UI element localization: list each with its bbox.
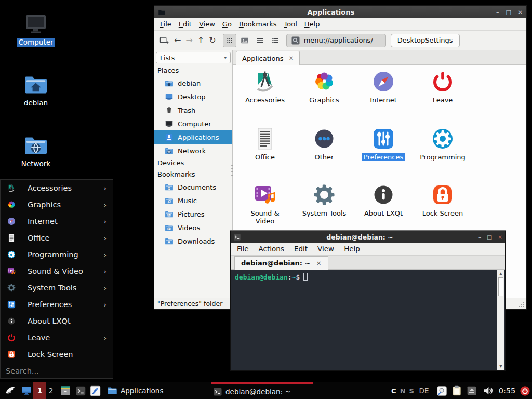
sidebar-item-videos[interactable]: Videos [154,221,232,234]
clock[interactable]: 0:55 [496,382,518,399]
sidebar-item-documents[interactable]: Documents [154,180,232,194]
compact-view-button[interactable] [253,34,267,47]
grid-item-office[interactable]: Office [237,126,293,161]
sidebar-item-music[interactable]: Music [154,194,232,207]
terminal-menu-edit[interactable]: Edit [294,245,308,253]
grid-item-about-lxqt[interactable]: About LXQt [355,182,411,217]
terminal-titlebar[interactable]: debian@debian: ~ – □ × [231,231,505,243]
minimize-icon[interactable]: – [496,9,499,16]
tab-close-icon[interactable]: × [288,55,294,62]
menu-item-internet[interactable]: Internet› [1,213,113,230]
tab-applications[interactable]: Applications × [236,51,300,65]
minimize-icon[interactable]: – [478,234,481,240]
icon-view-button[interactable] [223,34,236,47]
close-icon[interactable]: × [498,234,502,240]
fm-menu-help[interactable]: Help [301,19,324,29]
menu-item-about-lxqt[interactable]: About LXQt [1,313,113,329]
desktop-icon-network[interactable]: Network [7,133,64,169]
grid-item-system-tools[interactable]: System Tools [296,182,352,217]
fm-menu-view[interactable]: View [195,19,219,29]
keyboard-indicator[interactable]: C N S [390,382,416,399]
fm-menu-bookmarks[interactable]: Bookmarks [235,19,281,29]
fm-menu-go[interactable]: Go [219,19,235,29]
terminal-output[interactable]: debian@debian:~$ [231,270,497,370]
grid-item-sound-video[interactable]: Sound & Video [237,182,293,225]
screenshot-tray-icon[interactable] [435,382,448,399]
scroll-up-icon[interactable]: ▲ [497,271,504,276]
grid-item-graphics[interactable]: Graphics [296,69,352,104]
sidebar-item-pictures[interactable]: Pictures [154,207,232,221]
menu-item-preferences[interactable]: Preferences› [1,296,113,313]
grid-item-internet[interactable]: Internet [355,69,411,104]
back-icon[interactable]: ← [174,36,181,45]
task-button-terminal[interactable]: debian@debian: ~ [211,382,313,399]
address-bar[interactable]: menu://applications/ [286,34,386,47]
chevron-right-icon: › [104,201,107,209]
terminal-menu-view[interactable]: View [317,245,334,253]
grid-item-accessories[interactable]: Accessories [237,69,293,104]
grid-item-lock-screen[interactable]: Lock Screen [415,182,471,217]
keyboard-layout[interactable]: DE [417,382,431,399]
menu-item-lock-screen[interactable]: Lock Screen [1,346,113,363]
terminal-menu-file[interactable]: File [237,245,249,253]
status-text: "Preferences" folder [157,300,222,308]
maximize-icon[interactable]: □ [506,9,511,16]
terminal-menu-help[interactable]: Help [344,245,360,253]
thumbnail-view-button[interactable] [238,34,251,47]
fm-menu-file[interactable]: File [156,19,175,29]
desktop-icon-computer[interactable]: Computer [7,11,64,47]
sidebar-item-computer[interactable]: Computer [154,117,232,130]
workspace-1-button[interactable]: 1 [33,382,46,399]
main-menu-button[interactable] [3,382,18,399]
sidebar-item-downloads[interactable]: Downloads [154,234,232,248]
menu-item-sound-video[interactable]: Sound & Video› [1,263,113,280]
sidebar-item-network[interactable]: Network [154,144,232,157]
reload-icon[interactable]: ↻ [209,36,216,45]
up-icon[interactable]: ↑ [197,36,204,45]
menu-item-office[interactable]: Office› [1,230,113,246]
sidebar-item-applications[interactable]: Applications [154,130,232,144]
workspace-2-button[interactable]: 2 [46,382,56,399]
task-button-applications[interactable]: Applications [105,382,209,399]
fm-titlebar[interactable]: Applications – □ × [154,6,526,18]
sidebar-item-desktop[interactable]: Desktop [154,90,232,103]
maximize-icon[interactable]: □ [487,234,492,240]
show-desktop-button[interactable] [20,382,33,399]
grid-item-leave[interactable]: Leave [415,69,471,104]
leave-button[interactable] [518,382,531,399]
grid-item-other[interactable]: Other [296,126,352,161]
terminal-tab[interactable]: debian@debian: ~ × [234,256,328,270]
desktop-icon-debian[interactable]: debian [7,72,64,108]
terminal-scrollbar[interactable]: ▲ ▼ [497,270,504,370]
menu-item-programming[interactable]: Programming› [1,246,113,263]
close-icon[interactable]: × [518,9,523,16]
new-tab-icon[interactable] [159,35,169,46]
desktop-settings-button[interactable]: DesktopSettings [391,34,460,47]
grid-item-preferences[interactable]: Preferences [355,126,411,161]
menu-search-input[interactable] [6,367,108,375]
terminal-launcher[interactable] [74,382,87,399]
menu-item-graphics[interactable]: Graphics› [1,196,113,213]
folder-downloads-icon [165,237,174,246]
sidebar-item-trash[interactable]: Trash [154,103,232,117]
scroll-down-icon[interactable]: ▼ [497,364,504,368]
tab-close-icon[interactable]: × [316,260,321,267]
resize-grip[interactable] [518,301,525,308]
detailed-view-button[interactable] [268,34,282,47]
menu-item-leave[interactable]: Leave› [1,329,113,346]
sidebar-mode-select[interactable]: Lists ▾ [156,52,231,63]
clipboard-tray-icon[interactable] [450,382,463,399]
terminal-menu-actions[interactable]: Actions [259,245,284,253]
fm-menu-tool[interactable]: Tool [281,19,301,29]
menu-item-system-tools[interactable]: System Tools› [1,280,113,296]
menu-item-accessories[interactable]: Accessories› [1,180,113,196]
text-editor-launcher[interactable] [88,382,102,399]
fm-menu-edit[interactable]: Edit [175,19,195,29]
volume-tray-icon[interactable] [481,382,495,399]
forward-icon[interactable]: → [185,36,192,45]
removable-media-tray-icon[interactable] [466,382,478,399]
scrollbar-thumb[interactable] [498,277,503,296]
file-manager-launcher[interactable] [58,382,73,399]
sidebar-item-debian[interactable]: debian [154,76,232,90]
grid-item-programming[interactable]: Programming [415,126,471,161]
